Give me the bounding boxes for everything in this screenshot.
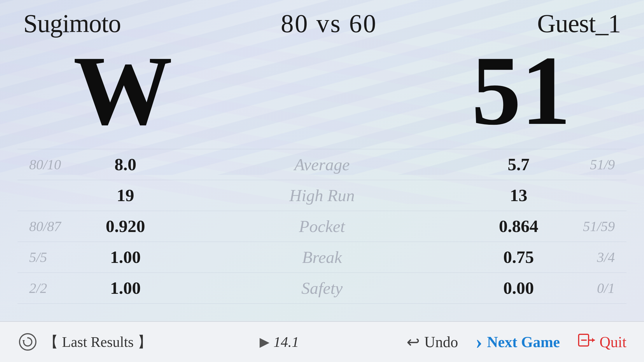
player2-score: 51 xyxy=(472,41,571,140)
svg-marker-1 xyxy=(22,340,25,342)
p1-highrun-value: 19 xyxy=(93,185,158,205)
next-game-label: Next Game xyxy=(487,333,560,351)
next-game-button[interactable]: › Next Game xyxy=(475,330,560,354)
p2-pocket-value: 0.864 xyxy=(487,216,551,236)
stats-row-break: 5/5 1.00 Break 0.75 3/4 xyxy=(18,242,626,273)
result-right: 51 xyxy=(421,47,621,140)
game-score-arrow: ▶ xyxy=(260,334,270,349)
label-pocket: Pocket xyxy=(158,217,487,236)
p1-pocket-value: 0.920 xyxy=(93,216,158,236)
svg-point-0 xyxy=(20,334,36,350)
p2-average-fraction: 51/9 xyxy=(551,157,615,173)
stats-row-pocket: 80/87 0.920 Pocket 0.864 51/59 xyxy=(18,211,626,242)
stats-section: 80/10 8.0 Average 5.7 51/9 19 High Run 1… xyxy=(0,149,644,304)
next-icon: › xyxy=(475,330,482,354)
quit-button[interactable]: Quit xyxy=(578,331,626,353)
p1-safety-value: 1.00 xyxy=(93,278,158,298)
toolbar: 【 Last Results 】 ▶ 14.1 ↩ Undo › Next Ga… xyxy=(0,321,644,362)
results-icon[interactable] xyxy=(18,332,38,352)
label-safety: Safety xyxy=(158,278,487,298)
stats-row-safety: 2/2 1.00 Safety 0.00 0/1 xyxy=(18,273,626,304)
p1-highrun-fraction xyxy=(29,187,93,203)
undo-label: Undo xyxy=(424,333,458,351)
p2-highrun-fraction xyxy=(551,187,615,203)
header-row: Sugimoto 80 vs 60 Guest_1 xyxy=(0,0,644,41)
p1-pocket-fraction: 80/87 xyxy=(29,218,93,234)
p1-average-value: 8.0 xyxy=(93,154,158,175)
player1-name: Sugimoto xyxy=(23,9,121,38)
score-header: 80 vs 60 xyxy=(281,9,377,38)
stats-row-highrun: 19 High Run 13 xyxy=(18,180,626,211)
toolbar-right: ↩ Undo › Next Game Quit xyxy=(407,330,626,354)
undo-button[interactable]: ↩ Undo xyxy=(407,333,458,351)
game-score: 14.1 xyxy=(274,333,299,350)
quit-icon xyxy=(578,331,595,353)
p2-break-fraction: 3/4 xyxy=(551,249,615,265)
svg-marker-4 xyxy=(592,338,594,342)
stats-row-average: 80/10 8.0 Average 5.7 51/9 xyxy=(18,149,626,180)
p1-break-value: 1.00 xyxy=(93,247,158,267)
undo-icon: ↩ xyxy=(407,333,420,351)
p1-safety-fraction: 2/2 xyxy=(29,280,93,296)
result-row: W 51 xyxy=(0,47,644,140)
results-label[interactable]: 【 Last Results 】 xyxy=(44,332,152,352)
p2-average-value: 5.7 xyxy=(487,154,551,175)
toolbar-center: ▶ 14.1 xyxy=(260,333,299,350)
main-content: Sugimoto 80 vs 60 Guest_1 W 51 80/10 8.0… xyxy=(0,0,644,321)
label-break: Break xyxy=(158,247,487,267)
p2-safety-value: 0.00 xyxy=(487,278,551,298)
label-average: Average xyxy=(158,155,487,174)
p2-break-value: 0.75 xyxy=(487,247,551,267)
p2-pocket-fraction: 51/59 xyxy=(551,218,615,234)
p2-safety-fraction: 0/1 xyxy=(551,280,615,296)
p1-average-fraction: 80/10 xyxy=(29,157,93,173)
toolbar-left: 【 Last Results 】 xyxy=(18,332,152,352)
player1-result: W xyxy=(73,41,172,140)
label-highrun: High Run xyxy=(158,186,487,205)
quit-label: Quit xyxy=(600,333,626,351)
player2-name: Guest_1 xyxy=(537,9,621,38)
result-left: W xyxy=(23,47,223,140)
p1-break-fraction: 5/5 xyxy=(29,249,93,265)
p2-highrun-value: 13 xyxy=(487,185,551,205)
